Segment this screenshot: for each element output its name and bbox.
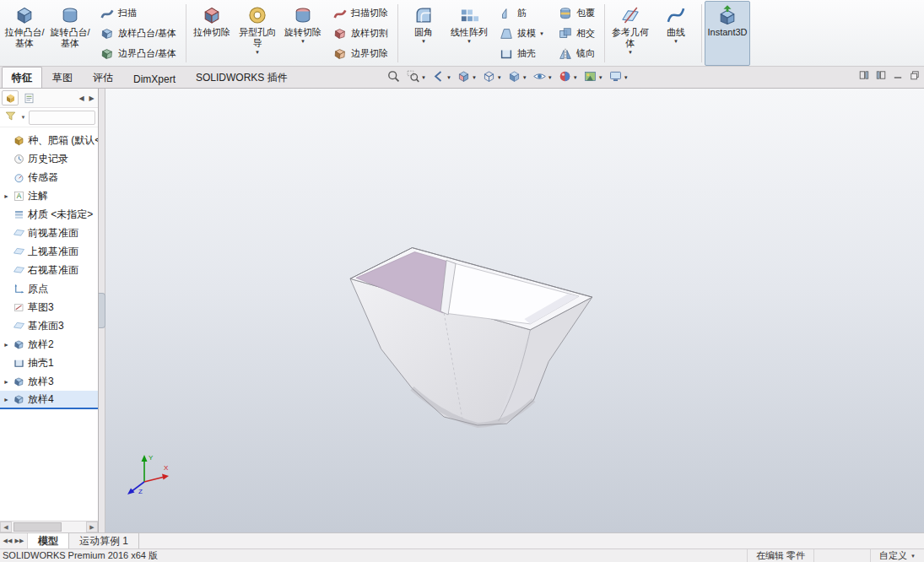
revolved-boss-base-button[interactable]: 旋转凸台/基体 bbox=[47, 1, 93, 66]
extruded-cut-button[interactable]: 拉伸切除 bbox=[189, 1, 235, 66]
expander-icon[interactable]: ► bbox=[3, 193, 10, 199]
section-view-button[interactable]: ▼ bbox=[455, 68, 478, 86]
expander-icon[interactable]: ► bbox=[3, 397, 10, 403]
hole-wizard-icon bbox=[246, 4, 268, 26]
minimize-button[interactable] bbox=[893, 70, 903, 80]
command-tabs: 特征草图评估DimXpertSOLIDWORKS 插件 bbox=[2, 67, 298, 88]
plane-icon bbox=[13, 227, 25, 240]
previous-view-button[interactable]: ▼ bbox=[430, 68, 453, 86]
lofted-cut-button[interactable]: 放样切割 bbox=[327, 24, 393, 43]
panel-splitter[interactable] bbox=[99, 89, 105, 532]
swept-cut-button[interactable]: 扫描切除 bbox=[327, 3, 393, 23]
propertymanager-tab[interactable] bbox=[20, 90, 37, 105]
instant3d-button[interactable]: Instant3D bbox=[705, 1, 750, 66]
view-settings-button[interactable]: ▼ bbox=[607, 68, 630, 86]
plane-icon bbox=[13, 264, 25, 277]
document-tab-模型[interactable]: 模型 bbox=[28, 533, 69, 548]
loft-icon bbox=[13, 338, 25, 351]
feature-tree-item-放样4[interactable]: ►放样4 bbox=[0, 391, 98, 409]
display-style-button[interactable]: ▼ bbox=[505, 68, 529, 86]
fillet-button[interactable]: 圆角▼ bbox=[401, 1, 446, 66]
view-orientation-icon bbox=[482, 69, 496, 86]
history-icon bbox=[13, 153, 25, 165]
feature-tree-item-原点[interactable]: 原点 bbox=[0, 279, 98, 298]
tree-filter-input[interactable] bbox=[29, 111, 95, 125]
feature-tree-item-历史记录[interactable]: 历史记录 bbox=[0, 149, 98, 168]
dropdown-arrow-icon: ▼ bbox=[628, 50, 633, 56]
featuremanager-tab[interactable] bbox=[2, 90, 19, 105]
dropdown-arrow-icon: ▼ bbox=[548, 75, 553, 80]
panel-tabs-scroll-left-button[interactable]: ◀ bbox=[77, 95, 86, 102]
tab-特征[interactable]: 特征 bbox=[2, 67, 42, 88]
svg-text:A: A bbox=[17, 192, 22, 200]
apply-scene-button[interactable]: ▼ bbox=[581, 68, 605, 86]
hole-wizard-button[interactable]: 异型孔向导▼ bbox=[235, 1, 280, 66]
customize-caret-icon: ▼ bbox=[910, 554, 916, 559]
tab-评估[interactable]: 评估 bbox=[83, 67, 123, 88]
restore-button[interactable] bbox=[910, 70, 920, 80]
draft-button[interactable]: 拔模▼ bbox=[494, 24, 549, 43]
command-manager-ribbon: 拉伸凸台/基体旋转凸台/基体扫描放样凸台/基体边界凸台/基体拉伸切除异型孔向导▼… bbox=[0, 0, 924, 67]
loft-icon bbox=[13, 393, 25, 406]
panel-horizontal-scrollbar: ◀ ▶ bbox=[0, 521, 98, 532]
scrollbar-track[interactable] bbox=[12, 521, 86, 532]
feature-tree-item-放样3[interactable]: ►放样3 bbox=[0, 372, 98, 391]
curves-button[interactable]: 曲线▼ bbox=[653, 1, 699, 66]
feature-tree-item-前视基准面[interactable]: 前视基准面 bbox=[0, 224, 98, 242]
feature-tree-item-种、肥箱 (默认<<[interactable]: 种、肥箱 (默认<< bbox=[0, 131, 98, 149]
extruded-boss-base-button[interactable]: 拉伸凸台/基体 bbox=[2, 1, 47, 66]
tab-草图[interactable]: 草图 bbox=[42, 67, 83, 88]
splitter-handle[interactable] bbox=[99, 293, 105, 328]
expander-icon[interactable]: ► bbox=[3, 342, 10, 348]
shell-button[interactable]: 抽壳 bbox=[494, 44, 549, 63]
feature-tree-item-传感器[interactable]: 传感器 bbox=[0, 168, 98, 186]
curves-icon bbox=[665, 4, 687, 26]
revolved-cut-button[interactable]: 旋转切除▼ bbox=[280, 1, 326, 66]
view-orientation-button[interactable]: ▼ bbox=[480, 68, 504, 86]
rib-button[interactable]: 筋 bbox=[494, 3, 549, 23]
feature-tree-item-材质 <未指定>[interactable]: 材质 <未指定> bbox=[0, 205, 98, 224]
linear-pattern-button[interactable]: 线性阵列▼ bbox=[446, 1, 492, 66]
swept-boss-icon bbox=[100, 6, 115, 21]
feature-tree-item-草图3[interactable]: 草图3 bbox=[0, 298, 98, 316]
edit-appearance-button[interactable]: ▼ bbox=[556, 68, 580, 86]
doc-tabs-prev-button[interactable]: ▶▶ bbox=[14, 538, 24, 544]
lofted-boss-base-button[interactable]: 放样凸台/基体 bbox=[95, 24, 181, 43]
ribbon-separator bbox=[701, 4, 702, 62]
scrollbar-thumb[interactable] bbox=[14, 522, 62, 532]
mirror-icon bbox=[558, 46, 573, 62]
status-bar: SOLIDWORKS Premium 2016 x64 版 在编辑 零件 自定义… bbox=[0, 548, 924, 562]
boundary-boss-base-button[interactable]: 边界凸台/基体 bbox=[95, 44, 181, 63]
wrap-button[interactable]: 包覆 bbox=[553, 3, 600, 23]
zoom-to-fit-button[interactable] bbox=[385, 68, 403, 86]
tab-DimXpert[interactable]: DimXpert bbox=[123, 69, 186, 88]
boundary-cut-button[interactable]: 边界切除 bbox=[327, 44, 393, 63]
mirror-button[interactable]: 镜向 bbox=[553, 44, 600, 63]
command-tab-row: 特征草图评估DimXpertSOLIDWORKS 插件 ▼▼▼▼▼▼▼▼▼ bbox=[0, 67, 924, 89]
graphics-viewport[interactable]: Z X Y bbox=[105, 89, 924, 532]
hide-show-items-button[interactable]: ▼ bbox=[531, 68, 554, 86]
filter-funnel-button[interactable] bbox=[3, 110, 18, 125]
panel-tabs-scroll-right-button[interactable]: ▶ bbox=[87, 95, 96, 102]
feature-tree-item-基准面3[interactable]: 基准面3 bbox=[0, 316, 98, 335]
document-tab-运动算例 1[interactable]: 运动算例 1 bbox=[69, 533, 139, 548]
zoom-to-area-button[interactable]: ▼ bbox=[404, 68, 428, 86]
feature-tree-item-上视基准面[interactable]: 上视基准面 bbox=[0, 242, 98, 261]
feature-tree-item-右视基准面[interactable]: 右视基准面 bbox=[0, 261, 98, 279]
feature-tree-item-抽壳1[interactable]: 抽壳1 bbox=[0, 354, 98, 372]
customize-menu[interactable]: 自定义 ▼ bbox=[870, 549, 924, 562]
tab-SOLIDWORKS 插件[interactable]: SOLIDWORKS 插件 bbox=[186, 67, 298, 88]
feature-tree-item-放样2[interactable]: ►放样2 bbox=[0, 335, 98, 354]
scroll-left-button[interactable]: ◀ bbox=[0, 521, 12, 532]
next-pane-button[interactable] bbox=[876, 70, 886, 80]
previous-pane-button[interactable] bbox=[859, 70, 869, 80]
swept-boss-base-button[interactable]: 扫描 bbox=[95, 3, 181, 23]
draft-icon bbox=[499, 26, 514, 41]
expander-icon[interactable]: ► bbox=[3, 379, 10, 385]
filter-dropdown-arrow[interactable]: ▼ bbox=[19, 115, 27, 120]
reference-geometry-button[interactable]: 参考几何体▼ bbox=[608, 1, 653, 66]
doc-tabs-first-button[interactable]: ◀◀ bbox=[3, 538, 13, 544]
scroll-right-button[interactable]: ▶ bbox=[86, 521, 98, 532]
feature-tree-item-注解[interactable]: ►A注解 bbox=[0, 186, 98, 205]
intersect-button[interactable]: 相交 bbox=[553, 24, 600, 43]
